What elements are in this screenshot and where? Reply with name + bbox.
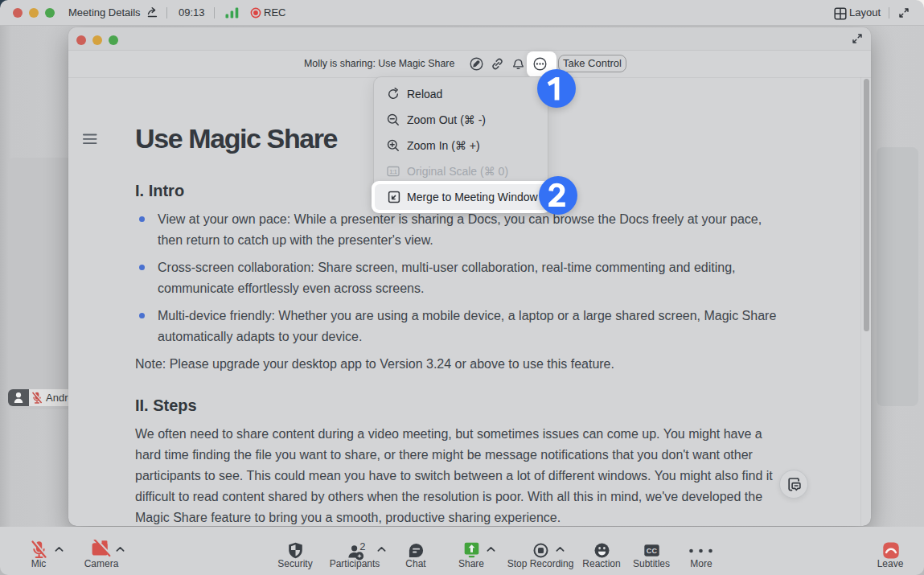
svg-text:2: 2 (359, 540, 365, 552)
svg-text:CC: CC (647, 547, 658, 555)
svg-text:1:1: 1:1 (389, 169, 397, 175)
